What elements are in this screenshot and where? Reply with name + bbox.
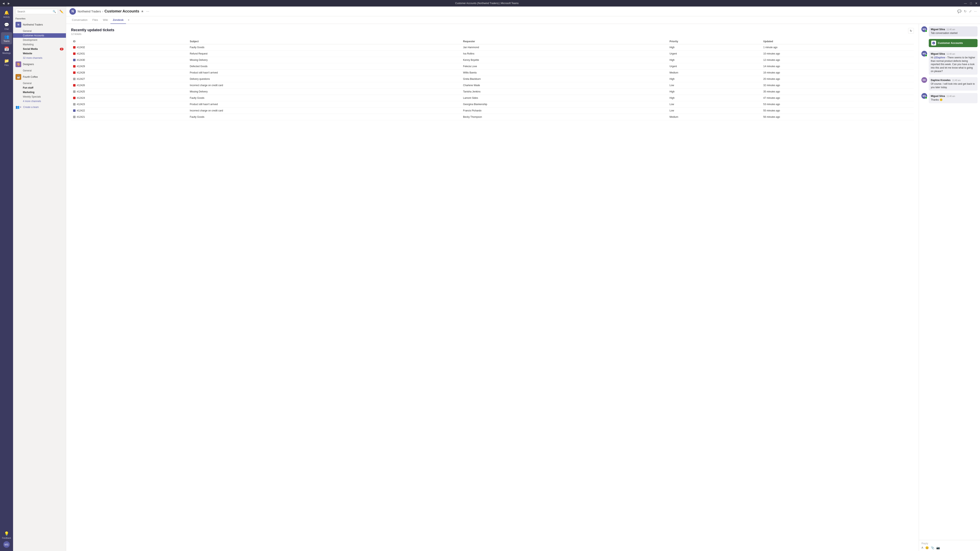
app-container: 🔔 Activity 💬 Chat 👥 Teams 📅 Meetings 📁 F…	[0, 6, 980, 551]
social-media-badge: 2	[60, 48, 64, 51]
channel-marketing-northwind[interactable]: Marketing	[13, 42, 66, 47]
compose-icon[interactable]: ✏️	[59, 10, 64, 13]
ticket-updated: 20 minutes ago	[761, 76, 914, 82]
tab-wiki[interactable]: Wiki	[100, 16, 110, 24]
refresh-button[interactable]: ↻	[908, 28, 914, 34]
user-avatar[interactable]: MS	[3, 541, 10, 548]
ticket-updated: 1 minute ago	[761, 44, 914, 51]
table-row[interactable]: #12424 Faulty Goods Lamont Sides High 47…	[71, 95, 914, 101]
ticket-table-header-row: ID Subject Requester Priority Updated	[71, 39, 914, 44]
channel-development[interactable]: Development	[13, 38, 66, 42]
nav-item-teams[interactable]: 👥 Teams	[1, 32, 12, 44]
nav-item-files[interactable]: 📁 Files	[1, 56, 12, 68]
breadcrumb-channel: Customer Accounts	[105, 9, 139, 13]
format-text-icon[interactable]: A	[921, 546, 923, 549]
team-designers[interactable]: 🎨 Designers ···	[13, 60, 66, 68]
close-button[interactable]: ✕	[975, 2, 978, 5]
team-fourth-coffee[interactable]: ☕ Fourth Coffee ···	[13, 73, 66, 81]
create-team-button[interactable]: 👥+ Create a team	[13, 103, 66, 111]
channel-social-media[interactable]: Social Media 2	[13, 47, 66, 51]
table-row[interactable]: #12422 Incorrect charge on credit card F…	[71, 108, 914, 114]
chat-sender-name: Daphne Knowles	[931, 79, 951, 82]
table-row[interactable]: #12430 Missing Delivery Kenny Boyette Hi…	[71, 57, 914, 63]
ticket-priority: Medium	[667, 70, 761, 76]
search-icon[interactable]: 🔍	[52, 10, 56, 13]
chat-sender-name: Miguel Silva	[931, 52, 945, 55]
chat-time: 11:40 am	[947, 95, 955, 97]
nav-label-chat: Chat	[4, 28, 9, 30]
channel-marketing-fourth[interactable]: Marketing	[13, 90, 66, 94]
attach-icon[interactable]: 📎	[931, 546, 934, 549]
team-avatar-fourth-coffee: ☕	[16, 74, 21, 80]
minimize-button[interactable]: —	[964, 2, 967, 5]
header-actions: 💬 ↻ ⤢ ···	[957, 10, 977, 13]
table-row[interactable]: #12431 Refund Request Iva Rollins Urgent…	[71, 51, 914, 57]
nav-item-chat[interactable]: 💬 Chat	[1, 20, 12, 32]
nav-item-feedback[interactable]: 💡 Feedback	[1, 529, 12, 541]
ticket-priority: High	[667, 89, 761, 95]
ticket-requester: Georgina Blankenship	[461, 101, 667, 108]
video-icon[interactable]: 📷	[936, 546, 940, 549]
ticket-id: #12425	[77, 90, 85, 93]
team-northwind[interactable]: N Northwind Traders ···	[13, 21, 66, 29]
ticket-requester: Charlene Wade	[461, 82, 667, 89]
ticket-updated: 14 minutes ago	[761, 63, 914, 70]
channel-general-designers[interactable]: General	[13, 68, 66, 73]
channel-customer-accounts[interactable]: Customer Accounts	[13, 33, 66, 38]
nav-item-meetings[interactable]: 📅 Meetings	[1, 44, 12, 56]
add-tab-icon[interactable]: +	[126, 16, 131, 24]
nav-item-activity[interactable]: 🔔 Activity	[1, 8, 12, 20]
chat-toggle-icon[interactable]: 💬	[957, 10, 961, 13]
refresh-header-icon[interactable]: ↻	[964, 10, 967, 13]
table-row[interactable]: #12421 Faulty Goods Becky Thompson Mediu…	[71, 114, 914, 120]
channel-fun-stuff[interactable]: Fun stuff	[13, 86, 66, 90]
table-row[interactable]: #12425 Missing Delivery Tanisha Jenkins …	[71, 89, 914, 95]
table-row[interactable]: #12429 Defected Goods Felecia Love Urgen…	[71, 63, 914, 70]
favorite-star-icon[interactable]: ★	[141, 10, 144, 13]
avatar: DK	[921, 77, 927, 83]
ticket-subject: Product still hasn't arrived	[188, 70, 461, 76]
ticket-subject: Product still hasn't arrived	[188, 101, 461, 108]
chat-sender-name: Miguel Silva	[931, 95, 945, 98]
ticket-id: #12432	[77, 46, 85, 49]
chat-message-text: Hi @Daphne - There seems to be higher th…	[931, 56, 975, 73]
emoji-icon[interactable]: 😊	[925, 546, 929, 549]
ticket-updated: 12 minutes ago	[761, 57, 914, 63]
channel-general-northwind[interactable]: General	[13, 29, 66, 33]
nav-label-feedback: Feedback	[2, 537, 11, 539]
create-team-label: Create a team	[23, 106, 38, 109]
maximize-button[interactable]: □	[970, 2, 972, 5]
chat-time: 11:40 am	[947, 29, 955, 30]
channel-more-icon[interactable]: ···	[146, 9, 149, 13]
col-subject: Subject	[188, 39, 461, 44]
team-avatar-designers: 🎨	[16, 62, 21, 67]
team-name-northwind: Northwind Traders	[23, 23, 64, 26]
popout-icon[interactable]: ⤢	[969, 10, 972, 13]
table-row[interactable]: #12426 Incorrect charge on credit card C…	[71, 82, 914, 89]
search-input[interactable]	[18, 10, 51, 13]
channel-website[interactable]: Website	[13, 51, 66, 56]
table-row[interactable]: #12423 Product still hasn't arrived Geor…	[71, 101, 914, 108]
channel-general-fourth[interactable]: General	[13, 81, 66, 86]
tab-files[interactable]: Files	[90, 16, 100, 24]
table-row[interactable]: #12428 Product still hasn't arrived Will…	[71, 70, 914, 76]
chat-time: 11:40 am	[952, 79, 961, 81]
header-overflow-icon[interactable]: ···	[974, 10, 977, 13]
tab-zendesk[interactable]: Zendesk	[110, 16, 126, 24]
ticket-updated: 10 minutes ago	[761, 51, 914, 57]
ticket-requester: Iva Rollins	[461, 51, 667, 57]
channel-more-northwind[interactable]: 32 more channels	[13, 56, 66, 60]
reply-label[interactable]: Reply	[921, 542, 978, 545]
search-box[interactable]: 🔍	[16, 9, 58, 14]
ticket-subject: Refund Request	[188, 51, 461, 57]
title-bar: ◀ ▶ Customer Accounts (Northwind Traders…	[0, 0, 980, 6]
channel-weekly-specials[interactable]: Weekly Specials	[13, 94, 66, 99]
channel-more-fourth[interactable]: 4 more channels	[13, 99, 66, 103]
main-area: N Northwind Traders › Customer Accounts …	[66, 6, 980, 551]
teams-icon: 👥	[4, 34, 9, 39]
table-row[interactable]: #12427 Delivery questions Greta Blackbur…	[71, 76, 914, 82]
tab-conversation[interactable]: Conversation	[69, 16, 90, 24]
ticket-status-dot	[73, 52, 76, 55]
table-row[interactable]: #12432 Faulty Goods Jan Hammond High 1 m…	[71, 44, 914, 51]
nav-label-teams: Teams	[3, 40, 10, 42]
